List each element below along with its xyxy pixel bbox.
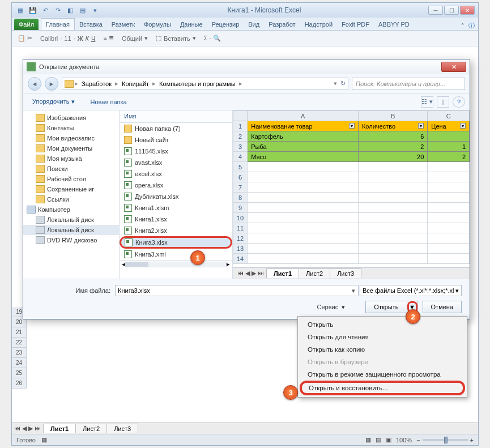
preview-pane-icon[interactable]: ▯ — [437, 96, 449, 108]
dialog-close-button[interactable]: ✕ — [441, 62, 466, 72]
view-break-icon[interactable]: ▣ — [386, 436, 391, 443]
row-header[interactable]: 22 — [12, 338, 27, 348]
file-item[interactable]: Книга3.xlsx — [120, 236, 232, 249]
tree-item[interactable]: Поиски — [23, 164, 119, 174]
pv-sheet-2[interactable]: Лист2 — [299, 268, 330, 278]
row-header[interactable]: 26 — [12, 378, 27, 389]
pv-sheet-1[interactable]: Лист1 — [266, 268, 299, 278]
row-header[interactable]: 23 — [12, 348, 27, 358]
view-normal-icon[interactable]: ▦ — [365, 436, 371, 443]
nav-forward-button[interactable]: ► — [45, 77, 58, 91]
row-header[interactable]: 5 — [233, 162, 248, 172]
row-header[interactable]: 7 — [233, 182, 248, 193]
dialog-help-icon[interactable]: ? — [453, 96, 465, 108]
tree-item[interactable]: Сохраненные иг — [23, 184, 119, 194]
tree-item[interactable]: Рабочий стол — [23, 174, 119, 184]
tab-abbyy[interactable]: ABBYY PD — [374, 19, 414, 30]
menu-item[interactable]: Открыть как копию — [300, 343, 465, 356]
tree-item[interactable]: Моя музыка — [23, 153, 119, 164]
tab-review[interactable]: Рецензир — [207, 19, 244, 30]
tab-foxit[interactable]: Foxit PDF — [337, 19, 374, 30]
row-header[interactable]: 8 — [233, 193, 248, 203]
menu-item[interactable]: Открыть для чтения — [300, 331, 465, 343]
filter-icon[interactable]: ▾ — [418, 123, 424, 129]
row-header[interactable]: 25 — [12, 368, 27, 378]
search-input[interactable]: Поиск: Компьютеры и прогр... — [352, 78, 465, 90]
filter-icon[interactable]: ▾ — [349, 123, 355, 129]
row-header[interactable]: 9 — [233, 203, 248, 213]
tab-insert[interactable]: Вставка — [75, 19, 107, 30]
row-header[interactable]: 24 — [12, 358, 27, 368]
breadcrumb[interactable]: ▸ Заработок▸ Копирайт▸ Компьютеры и прог… — [62, 78, 348, 90]
qat-icon-4[interactable]: ◧ — [65, 5, 75, 15]
tab-file[interactable]: Файл — [14, 19, 39, 30]
nav-back-button[interactable]: ◄ — [28, 77, 41, 91]
file-item[interactable]: opera.xlsx — [120, 180, 232, 191]
list-hscroll[interactable]: ◂▸ — [120, 260, 232, 268]
save-icon[interactable]: 💾 — [28, 5, 38, 15]
number-group[interactable]: Общий ▾ — [122, 35, 148, 42]
menu-item[interactable]: Открыть — [300, 318, 465, 331]
tree-item[interactable]: Локальный диск — [23, 215, 119, 225]
zoom-slider[interactable]: − + — [416, 437, 474, 443]
file-type-filter[interactable]: Все файлы Excel (*.xl*;*.xlsx;*.xl▾ — [360, 285, 462, 296]
sheet-nav-last-icon[interactable]: ⏭ — [35, 425, 41, 432]
qat-icon-5[interactable]: ▤ — [78, 5, 88, 15]
row-header[interactable]: 12 — [233, 233, 248, 244]
sheet-nav-next-icon[interactable]: ▶ — [28, 425, 33, 432]
tab-developer[interactable]: Разработ — [264, 19, 300, 30]
view-layout-icon[interactable]: ▤ — [376, 436, 381, 443]
col-header[interactable]: A — [248, 111, 359, 121]
row-header[interactable]: 21 — [12, 327, 27, 338]
tree-item[interactable]: Изображения — [23, 113, 119, 123]
qat-dropdown-icon[interactable]: ▾ — [90, 5, 100, 15]
sheet-tab-3[interactable]: Лист3 — [106, 424, 138, 433]
help-icon[interactable]: ⓘ — [468, 22, 475, 30]
sheet-tab-2[interactable]: Лист2 — [75, 424, 107, 433]
col-header[interactable]: B — [358, 111, 427, 121]
file-item[interactable]: Книга1.xlsm — [120, 202, 232, 214]
pv-sheet-3[interactable]: Лист3 — [330, 268, 361, 278]
file-item[interactable]: Книга1.xlsx — [120, 214, 232, 225]
menu-item[interactable]: Открыть и восстановить... — [300, 381, 465, 395]
tab-view[interactable]: Вид — [244, 19, 264, 30]
file-item[interactable]: excel.xlsx — [120, 168, 232, 180]
undo-icon[interactable]: ↶ — [40, 5, 50, 15]
row-header[interactable]: 6 — [233, 172, 248, 182]
sheet-nav-first-icon[interactable]: ⏮ — [14, 425, 20, 432]
filename-dropdown-icon[interactable]: ▾ — [352, 287, 355, 295]
row-header[interactable]: 1 — [233, 121, 248, 131]
breadcrumb-seg-0[interactable]: Заработок — [79, 80, 114, 87]
font-group[interactable]: Calibri · 11 · Ж К Ч — [40, 35, 95, 42]
tab-addins[interactable]: Надстрой — [300, 19, 337, 30]
col-header[interactable]: C — [428, 111, 470, 121]
new-folder-button[interactable]: Новая папка — [86, 97, 131, 107]
file-item[interactable]: Новая папка (7) — [120, 123, 232, 134]
tools-button[interactable]: Сервис ▾ — [317, 304, 346, 311]
clipboard-group[interactable]: 📋 ✂ — [18, 35, 32, 42]
row-header[interactable]: 10 — [233, 213, 248, 223]
file-list[interactable]: Имя Новая папка (7)Новый сайт111545.xlsx… — [120, 110, 233, 279]
zoom-out-icon[interactable]: − — [416, 437, 420, 443]
tab-formulas[interactable]: Формулы — [139, 19, 176, 30]
row-header[interactable]: 2 — [233, 131, 248, 142]
organize-button[interactable]: Упорядочить ▾ — [28, 96, 79, 107]
tab-data[interactable]: Данные — [176, 19, 207, 30]
breadcrumb-seg-1[interactable]: Копирайт — [120, 80, 151, 87]
tree-item[interactable]: Мои видеозапис — [23, 133, 119, 143]
view-options-icon[interactable]: ☷ ▾ — [421, 96, 433, 108]
file-item[interactable]: Книга2.xlsx — [120, 225, 232, 236]
sheet-nav-prev-icon[interactable]: ◀ — [22, 425, 27, 432]
cells-group[interactable]: ⬚ Вставить ▾ — [156, 35, 196, 42]
file-item[interactable]: Дубликаты.xlsx — [120, 191, 232, 202]
minimize-button[interactable]: ─ — [428, 6, 443, 15]
menu-item[interactable]: Открыть в режиме защищенного просмотра — [300, 368, 465, 381]
redo-icon[interactable]: ↷ — [53, 5, 63, 15]
row-header[interactable]: 14 — [233, 254, 248, 264]
row-header[interactable]: 3 — [233, 142, 248, 152]
tree-item[interactable]: Компьютер — [23, 204, 119, 215]
col-header[interactable] — [233, 111, 248, 121]
row-header[interactable]: 13 — [233, 244, 248, 254]
tree-item[interactable]: Контакты — [23, 123, 119, 133]
folder-tree[interactable]: ИзображенияКонтактыМои видеозаписМои док… — [23, 110, 120, 279]
